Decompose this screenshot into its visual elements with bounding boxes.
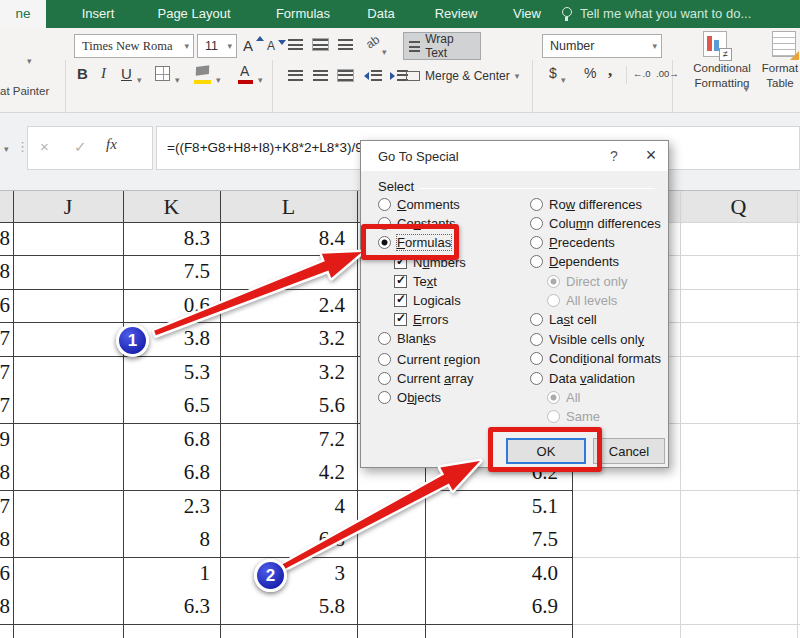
- highlight-box-ok: [488, 427, 602, 472]
- arrow-2-fill: [282, 461, 480, 569]
- step-badge-2: 2: [254, 559, 287, 592]
- excel-window: ne Insert Page Layout Formulas Data Revi…: [0, 0, 800, 638]
- highlight-box-formulas: [361, 224, 459, 260]
- arrow-1-fill: [154, 252, 362, 335]
- annotation-arrows: [0, 0, 800, 638]
- step-badge-1: 1: [116, 324, 149, 357]
